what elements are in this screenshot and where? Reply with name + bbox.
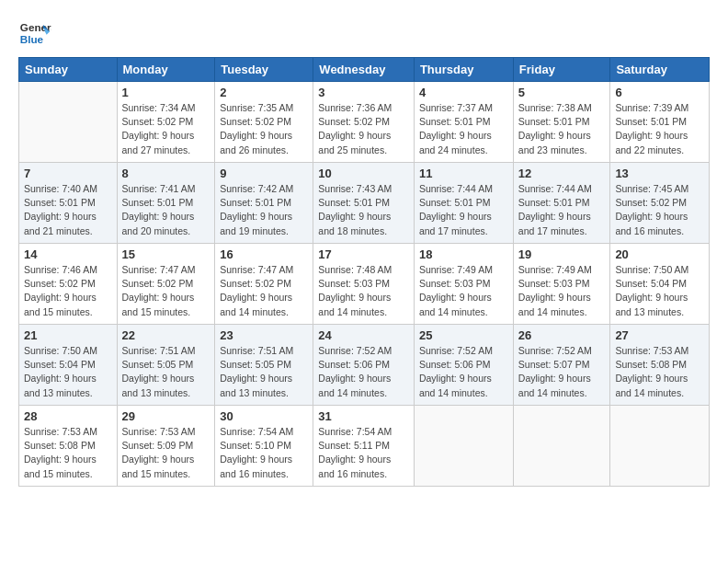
- day-number: 25: [419, 328, 508, 342]
- day-number: 18: [419, 247, 508, 261]
- calendar-cell: 20Sunrise: 7:50 AM Sunset: 5:04 PM Dayli…: [610, 244, 710, 325]
- day-info: Sunrise: 7:54 AM Sunset: 5:10 PM Dayligh…: [220, 425, 308, 481]
- day-info: Sunrise: 7:40 AM Sunset: 5:01 PM Dayligh…: [24, 182, 112, 238]
- day-info: Sunrise: 7:36 AM Sunset: 5:02 PM Dayligh…: [318, 101, 409, 157]
- day-number: 19: [518, 247, 606, 261]
- day-info: Sunrise: 7:38 AM Sunset: 5:01 PM Dayligh…: [518, 101, 606, 157]
- day-number: 20: [615, 247, 704, 261]
- day-number: 5: [518, 86, 606, 99]
- calendar-cell: 11Sunrise: 7:44 AM Sunset: 5:01 PM Dayli…: [414, 163, 513, 244]
- calendar-cell: 7Sunrise: 7:40 AM Sunset: 5:01 PM Daylig…: [19, 163, 118, 244]
- day-number: 9: [220, 167, 308, 180]
- header-day-wednesday: Wednesday: [313, 58, 415, 82]
- day-number: 22: [122, 328, 210, 342]
- day-info: Sunrise: 7:53 AM Sunset: 5:09 PM Dayligh…: [122, 425, 210, 481]
- calendar-cell: 13Sunrise: 7:45 AM Sunset: 5:02 PM Dayli…: [610, 163, 710, 244]
- header: General Blue: [18, 17, 710, 50]
- header-day-sunday: Sunday: [19, 58, 118, 82]
- day-number: 15: [122, 247, 210, 261]
- day-info: Sunrise: 7:46 AM Sunset: 5:02 PM Dayligh…: [24, 263, 112, 319]
- day-number: 8: [122, 167, 210, 180]
- calendar-cell: 15Sunrise: 7:47 AM Sunset: 5:02 PM Dayli…: [117, 244, 215, 325]
- day-info: Sunrise: 7:44 AM Sunset: 5:01 PM Dayligh…: [518, 182, 606, 238]
- day-number: 13: [615, 167, 704, 180]
- day-info: Sunrise: 7:44 AM Sunset: 5:01 PM Dayligh…: [419, 182, 508, 238]
- calendar-cell: 12Sunrise: 7:44 AM Sunset: 5:01 PM Dayli…: [513, 163, 610, 244]
- day-number: 3: [318, 86, 409, 99]
- day-info: Sunrise: 7:50 AM Sunset: 5:04 PM Dayligh…: [615, 263, 704, 319]
- day-number: 6: [615, 86, 704, 99]
- calendar-cell: 10Sunrise: 7:43 AM Sunset: 5:01 PM Dayli…: [313, 163, 415, 244]
- day-number: 17: [318, 247, 409, 261]
- day-info: Sunrise: 7:51 AM Sunset: 5:05 PM Dayligh…: [122, 344, 210, 400]
- calendar-cell: [414, 406, 513, 487]
- calendar-cell: 3Sunrise: 7:36 AM Sunset: 5:02 PM Daylig…: [313, 82, 415, 163]
- day-info: Sunrise: 7:48 AM Sunset: 5:03 PM Dayligh…: [318, 263, 409, 319]
- day-info: Sunrise: 7:52 AM Sunset: 5:06 PM Dayligh…: [419, 344, 508, 400]
- calendar-cell: 4Sunrise: 7:37 AM Sunset: 5:01 PM Daylig…: [414, 82, 513, 163]
- day-number: 1: [122, 86, 210, 99]
- calendar-cell: 28Sunrise: 7:53 AM Sunset: 5:08 PM Dayli…: [19, 406, 118, 487]
- logo: General Blue: [18, 17, 51, 50]
- day-info: Sunrise: 7:51 AM Sunset: 5:05 PM Dayligh…: [220, 344, 308, 400]
- day-info: Sunrise: 7:53 AM Sunset: 5:08 PM Dayligh…: [615, 344, 704, 400]
- day-info: Sunrise: 7:42 AM Sunset: 5:01 PM Dayligh…: [220, 182, 308, 238]
- calendar-week-row: 14Sunrise: 7:46 AM Sunset: 5:02 PM Dayli…: [19, 244, 710, 325]
- day-number: 4: [419, 86, 508, 99]
- header-day-tuesday: Tuesday: [215, 58, 313, 82]
- day-number: 12: [518, 167, 606, 180]
- header-day-saturday: Saturday: [610, 58, 710, 82]
- svg-text:Blue: Blue: [20, 33, 44, 45]
- day-number: 29: [122, 409, 210, 423]
- calendar-cell: 18Sunrise: 7:49 AM Sunset: 5:03 PM Dayli…: [414, 244, 513, 325]
- day-number: 21: [24, 328, 112, 342]
- calendar-cell: 26Sunrise: 7:52 AM Sunset: 5:07 PM Dayli…: [513, 325, 610, 406]
- calendar-cell: 30Sunrise: 7:54 AM Sunset: 5:10 PM Dayli…: [215, 406, 313, 487]
- day-number: 2: [220, 86, 308, 99]
- day-info: Sunrise: 7:49 AM Sunset: 5:03 PM Dayligh…: [518, 263, 606, 319]
- header-day-monday: Monday: [117, 58, 215, 82]
- calendar-cell: 31Sunrise: 7:54 AM Sunset: 5:11 PM Dayli…: [313, 406, 415, 487]
- calendar-cell: 9Sunrise: 7:42 AM Sunset: 5:01 PM Daylig…: [215, 163, 313, 244]
- calendar-cell: 1Sunrise: 7:34 AM Sunset: 5:02 PM Daylig…: [117, 82, 215, 163]
- day-number: 11: [419, 167, 508, 180]
- day-number: 26: [518, 328, 606, 342]
- day-number: 31: [318, 409, 409, 423]
- day-info: Sunrise: 7:47 AM Sunset: 5:02 PM Dayligh…: [220, 263, 308, 319]
- calendar-cell: 21Sunrise: 7:50 AM Sunset: 5:04 PM Dayli…: [19, 325, 118, 406]
- day-info: Sunrise: 7:52 AM Sunset: 5:07 PM Dayligh…: [518, 344, 606, 400]
- day-number: 7: [24, 167, 112, 180]
- calendar-cell: 29Sunrise: 7:53 AM Sunset: 5:09 PM Dayli…: [117, 406, 215, 487]
- calendar-cell: 25Sunrise: 7:52 AM Sunset: 5:06 PM Dayli…: [414, 325, 513, 406]
- calendar-cell: 8Sunrise: 7:41 AM Sunset: 5:01 PM Daylig…: [117, 163, 215, 244]
- page: General Blue SundayMondayTuesdayWednesda…: [0, 0, 728, 563]
- calendar-cell: 5Sunrise: 7:38 AM Sunset: 5:01 PM Daylig…: [513, 82, 610, 163]
- calendar-header-row: SundayMondayTuesdayWednesdayThursdayFrid…: [19, 58, 710, 82]
- calendar-cell: 27Sunrise: 7:53 AM Sunset: 5:08 PM Dayli…: [610, 325, 710, 406]
- day-number: 14: [24, 247, 112, 261]
- day-info: Sunrise: 7:47 AM Sunset: 5:02 PM Dayligh…: [122, 263, 210, 319]
- day-number: 27: [615, 328, 704, 342]
- day-info: Sunrise: 7:50 AM Sunset: 5:04 PM Dayligh…: [24, 344, 112, 400]
- day-number: 30: [220, 409, 308, 423]
- calendar-cell: 17Sunrise: 7:48 AM Sunset: 5:03 PM Dayli…: [313, 244, 415, 325]
- calendar-cell: 22Sunrise: 7:51 AM Sunset: 5:05 PM Dayli…: [117, 325, 215, 406]
- calendar-week-row: 21Sunrise: 7:50 AM Sunset: 5:04 PM Dayli…: [19, 325, 710, 406]
- calendar-cell: 6Sunrise: 7:39 AM Sunset: 5:01 PM Daylig…: [610, 82, 710, 163]
- day-number: 10: [318, 167, 409, 180]
- day-number: 24: [318, 328, 409, 342]
- day-info: Sunrise: 7:37 AM Sunset: 5:01 PM Dayligh…: [419, 101, 508, 157]
- logo-icon: General Blue: [18, 17, 51, 50]
- day-info: Sunrise: 7:39 AM Sunset: 5:01 PM Dayligh…: [615, 101, 704, 157]
- day-number: 23: [220, 328, 308, 342]
- calendar-week-row: 28Sunrise: 7:53 AM Sunset: 5:08 PM Dayli…: [19, 406, 710, 487]
- day-info: Sunrise: 7:49 AM Sunset: 5:03 PM Dayligh…: [419, 263, 508, 319]
- calendar-cell: 24Sunrise: 7:52 AM Sunset: 5:06 PM Dayli…: [313, 325, 415, 406]
- day-info: Sunrise: 7:53 AM Sunset: 5:08 PM Dayligh…: [24, 425, 112, 481]
- calendar-cell: 2Sunrise: 7:35 AM Sunset: 5:02 PM Daylig…: [215, 82, 313, 163]
- calendar-cell: [513, 406, 610, 487]
- calendar-week-row: 7Sunrise: 7:40 AM Sunset: 5:01 PM Daylig…: [19, 163, 710, 244]
- calendar-cell: 19Sunrise: 7:49 AM Sunset: 5:03 PM Dayli…: [513, 244, 610, 325]
- day-info: Sunrise: 7:54 AM Sunset: 5:11 PM Dayligh…: [318, 425, 409, 481]
- day-info: Sunrise: 7:34 AM Sunset: 5:02 PM Dayligh…: [122, 101, 210, 157]
